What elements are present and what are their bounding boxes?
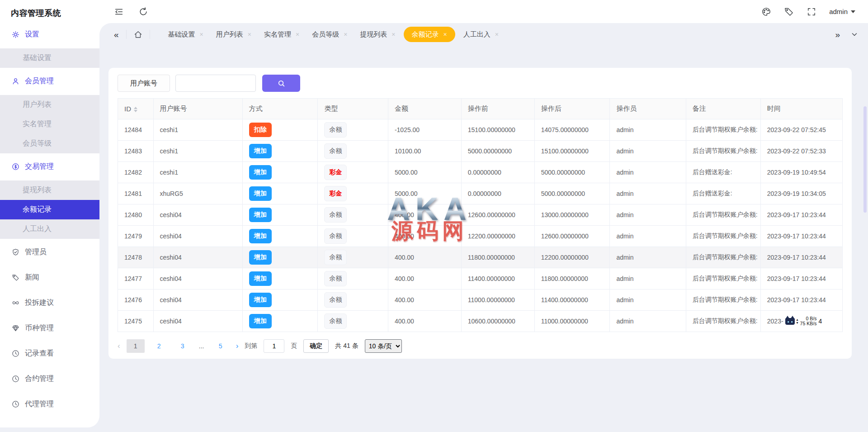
column-header[interactable]: 操作员 [610,99,686,119]
tabs-scroll-left-icon[interactable]: « [114,30,119,39]
sidebar-item-news[interactable]: 新闻 [0,267,99,288]
add-badge[interactable]: 增加 [249,250,272,265]
add-badge[interactable]: 增加 [249,208,272,222]
records-table: ID用户账号方式类型金额操作前操作后操作员备注时间 12484ceshi1扣除余… [118,98,843,332]
sidebar-item-record-view[interactable]: 记录查看 [0,343,99,364]
goto-page-input[interactable] [264,339,284,353]
close-icon[interactable]: × [200,31,203,38]
add-badge[interactable]: 增加 [249,186,272,201]
page-number[interactable]: 3 [174,339,192,353]
filter-field-button[interactable]: 用户账号 [118,75,170,92]
page-number[interactable]: 1 [127,339,145,353]
cell-operator: admin [610,183,686,204]
column-header[interactable]: 操作后 [534,99,610,119]
prev-page-icon[interactable]: ‹ [118,342,120,351]
column-header[interactable]: 金额 [388,99,461,119]
cell-operator: admin [610,290,686,311]
cell-method: 增加 [242,311,318,332]
sidebar-item-user-list[interactable]: 用户列表 [0,95,99,114]
search-button[interactable] [262,75,300,92]
sidebar-item-realname-mgmt[interactable]: 实名管理 [0,114,99,134]
table-row: 12476ceshi04增加余额400.0011000.000000001140… [118,290,843,311]
tab-user-list[interactable]: 用户列表× [212,27,256,42]
page-number[interactable]: 5 [212,339,230,353]
column-header-label: 用户账号 [160,104,187,112]
sidebar-item-feedback[interactable]: 投拆建议 [0,292,99,313]
column-header[interactable]: 备注 [686,99,760,119]
column-header-label: 金额 [395,104,408,112]
home-icon[interactable] [134,30,142,39]
sidebar-item-agent-mgmt[interactable]: 代理管理 [0,394,99,414]
sidebar-item-basic-settings[interactable]: 基础设置 [0,48,99,68]
close-icon[interactable]: × [443,31,447,38]
tab-list: 基础设置×用户列表×实名管理×会员等级×提现列表×余额记录×人工出入× [164,27,503,42]
page-number[interactable]: 2 [150,339,168,353]
cell-time: 2023-09-22 07:52:45 [760,119,842,141]
tab-balance-records[interactable]: 余额记录× [404,27,455,42]
cell-time: 2023-09-17 10:23:44 [760,226,842,247]
deduct-badge[interactable]: 扣除 [249,123,272,137]
cell-before: 12200.00000000 [461,226,534,247]
tab-realname-mgmt[interactable]: 实名管理× [259,27,304,42]
tab-manual-inout[interactable]: 人工出入× [459,27,503,42]
close-icon[interactable]: × [495,31,499,38]
infinity-icon [12,299,19,307]
sidebar-item-balance-records[interactable]: 余额记录 [0,200,99,219]
sidebar-item-trade-mgmt[interactable]: 交易管理 [0,156,99,177]
sort-icon[interactable] [134,107,137,112]
add-badge[interactable]: 增加 [249,229,272,243]
table-row: 12481xhuRG5增加彩金5000.000.000000005000.000… [118,183,843,204]
column-header-label: ID [124,105,131,113]
column-header[interactable]: ID [118,99,154,119]
sidebar-item-member-mgmt[interactable]: 会员管理 [0,71,99,91]
sidebar-item-member-level[interactable]: 会员等级 [0,134,99,153]
tabs-more-icon[interactable] [851,31,858,38]
search-input[interactable] [175,75,256,92]
sidebar-item-label: 交易管理 [25,162,54,171]
tag-icon[interactable] [784,7,794,17]
menu-fold-icon[interactable] [114,7,124,17]
page-size-select[interactable]: 10 条/页 [365,339,402,353]
sidebar-item-settings[interactable]: 设置 [0,24,99,45]
close-icon[interactable]: × [344,31,347,38]
tab-basic-settings[interactable]: 基础设置× [164,27,208,42]
close-icon[interactable]: × [248,31,251,38]
confirm-button[interactable]: 确定 [303,339,329,353]
column-header[interactable]: 类型 [318,99,388,119]
type-badge: 彩金 [324,186,347,201]
fullscreen-icon[interactable] [807,7,816,17]
add-badge[interactable]: 增加 [249,293,272,307]
cell-remark: 后台赠送彩金: [686,162,760,183]
sidebar-item-admins[interactable]: 管理员 [0,242,99,262]
cell-method: 增加 [242,226,318,247]
cell-after: 12600.00000000 [534,226,610,247]
next-page-icon[interactable]: › [236,342,239,351]
sidebar-item-coin-mgmt[interactable]: 币种管理 [0,318,99,338]
refresh-icon[interactable] [138,7,148,17]
diamond-icon [12,324,19,332]
cell-id: 12483 [118,141,154,162]
cell-amount: 400.00 [388,311,461,332]
cell-amount: 400.00 [388,247,461,268]
add-badge[interactable]: 增加 [249,165,272,180]
palette-icon[interactable] [761,7,771,17]
sidebar-item-label: 币种管理 [25,323,54,333]
sidebar-item-label: 设置 [25,30,39,39]
tabs-scroll-right-icon[interactable]: » [835,30,840,39]
sidebar-item-contract-mgmt[interactable]: 合约管理 [0,368,99,389]
scrollbar-thumb[interactable] [863,106,867,213]
column-header[interactable]: 方式 [242,99,318,119]
tab-withdraw-list[interactable]: 提现列表× [355,27,400,42]
sidebar-item-manual-inout[interactable]: 人工出入 [0,219,99,239]
tab-member-level[interactable]: 会员等级× [307,27,352,42]
add-badge[interactable]: 增加 [249,314,272,328]
column-header[interactable]: 用户账号 [153,99,242,119]
add-badge[interactable]: 增加 [249,144,272,158]
user-menu[interactable]: admin [829,8,855,15]
sidebar-item-withdraw-list[interactable]: 提现列表 [0,180,99,200]
add-badge[interactable]: 增加 [249,271,272,286]
column-header[interactable]: 操作前 [461,99,534,119]
close-icon[interactable]: × [296,31,299,38]
close-icon[interactable]: × [392,31,395,38]
column-header[interactable]: 时间 [760,99,842,119]
